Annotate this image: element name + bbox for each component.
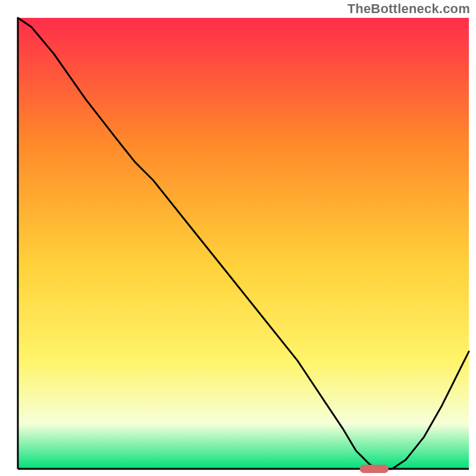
gradient-background xyxy=(18,18,469,469)
bottleneck-plot xyxy=(0,0,476,476)
optimum-marker xyxy=(360,465,389,473)
chart-stage: TheBottleneck.com xyxy=(0,0,476,476)
